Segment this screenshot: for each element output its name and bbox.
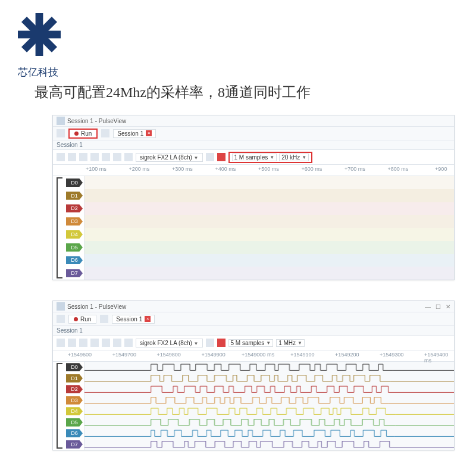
run-button[interactable]: Run xyxy=(68,129,98,139)
channel-bracket xyxy=(57,177,62,278)
zoomout-icon[interactable] xyxy=(90,339,99,347)
chevron-down-icon: ▼ xyxy=(194,155,199,161)
channel-bracket xyxy=(57,363,62,449)
chevron-down-icon: ▼ xyxy=(194,341,199,346)
channel-tag: D7 xyxy=(66,440,83,449)
ruler-tick: +1549000 ms xyxy=(242,352,274,358)
waveform-canvas xyxy=(84,362,454,450)
ruler-tick: +300 ms xyxy=(172,166,193,172)
app-icon xyxy=(57,117,65,125)
device-select[interactable]: sigrok FX2 LA (8ch) ▼ xyxy=(136,153,203,162)
chevron-down-icon: ▼ xyxy=(298,340,302,346)
run-label: Run xyxy=(80,316,91,322)
cursor-icon[interactable] xyxy=(113,339,121,347)
samples-select[interactable]: 1 M samples ▼ xyxy=(232,154,277,161)
channel-tag: D1 xyxy=(66,192,83,200)
channel-tag: D0 xyxy=(66,363,83,371)
channel-tag: D5 xyxy=(66,243,83,252)
ruler-tick: +1549100 xyxy=(290,352,314,358)
window-title: Session 1 - PulseView xyxy=(67,303,126,310)
ruler-tick: +500 ms xyxy=(258,166,279,172)
titlebar: Session 1 - PulseView xyxy=(53,115,454,127)
rate-value: 20 kHz xyxy=(281,154,300,161)
zoomout-icon[interactable] xyxy=(90,153,99,161)
maximize-icon[interactable]: ☐ xyxy=(436,303,441,310)
brand-logo-icon xyxy=(15,11,63,58)
chevron-down-icon: ▼ xyxy=(266,340,271,346)
wrench-icon[interactable] xyxy=(206,153,214,161)
samples-value: 1 M samples xyxy=(234,154,268,161)
trace-lane xyxy=(84,267,454,280)
channel-tag: D6 xyxy=(66,429,83,437)
toolbar: sigrok FX2 LA (8ch) ▼ 1 M samples ▼ 20 k… xyxy=(53,150,454,165)
close-icon[interactable]: × xyxy=(146,130,152,136)
channel-tag: D3 xyxy=(66,396,83,405)
cursor-icon[interactable] xyxy=(113,153,121,161)
samples-select[interactable]: 5 M samples ▼ xyxy=(228,339,274,347)
config-icon[interactable] xyxy=(101,129,109,137)
chevron-down-icon: ▼ xyxy=(270,155,274,160)
session-tab[interactable]: Session 1 × xyxy=(113,129,156,138)
save-icon[interactable] xyxy=(68,153,76,161)
probe-icon[interactable] xyxy=(217,153,226,161)
close-icon[interactable]: × xyxy=(145,316,151,322)
open-icon[interactable] xyxy=(57,153,65,161)
ruler-tick: +400 ms xyxy=(215,166,236,172)
ruler-tick: +1549300 xyxy=(380,352,403,358)
menubar: Run Session 1 × xyxy=(53,312,454,326)
time-ruler: +100 ms+200 ms+300 ms+400 ms+500 ms+600 … xyxy=(53,165,454,176)
channel-tag: D7 xyxy=(66,269,83,277)
menu-icon[interactable] xyxy=(57,315,65,323)
trace-area: D0D1D2D3D4D5D6D7 xyxy=(53,362,454,450)
zoomin-icon[interactable] xyxy=(79,339,87,347)
close-icon[interactable]: ✕ xyxy=(446,303,450,310)
ruler-tick: +1549600 xyxy=(68,352,92,358)
titlebar: Session 1 - PulseView — ☐ ✕ xyxy=(53,301,454,312)
zoomfit-icon[interactable] xyxy=(102,339,110,347)
trace-lane xyxy=(84,202,454,215)
ruler-tick: +600 ms xyxy=(301,166,322,172)
wrench-icon[interactable] xyxy=(206,339,214,347)
run-button[interactable]: Run xyxy=(68,315,96,324)
rate-value: 1 MHz xyxy=(278,340,296,346)
ruler-tick: +200 ms xyxy=(129,166,150,172)
save-icon[interactable] xyxy=(68,339,76,347)
device-select[interactable]: sigrok FX2 LA (8ch) ▼ xyxy=(136,339,203,347)
pulseview-window-1: Session 1 - PulseView Run Session 1 × Se… xyxy=(52,115,455,280)
zoomfit-icon[interactable] xyxy=(102,153,110,161)
config-icon[interactable] xyxy=(100,315,108,323)
ruler-tick: +1549900 xyxy=(201,352,225,358)
channel-tag: D1 xyxy=(66,374,83,383)
menu-icon[interactable] xyxy=(57,129,65,137)
session-header: Session 1 xyxy=(53,140,454,150)
trace-lanes[interactable] xyxy=(84,362,454,450)
probe-icon[interactable] xyxy=(217,339,226,347)
ruler-tick: +700 ms xyxy=(345,166,365,172)
device-label: sigrok FX2 LA (8ch) xyxy=(140,154,192,161)
record-icon xyxy=(74,131,79,136)
pulseview-window-2: Session 1 - PulseView — ☐ ✕ Run Session … xyxy=(52,300,455,450)
app-icon xyxy=(57,302,65,311)
record-icon xyxy=(74,317,78,321)
toolbar: sigrok FX2 LA (8ch) ▼ 5 M samples ▼ 1 MH… xyxy=(53,336,454,350)
open-icon[interactable] xyxy=(57,339,65,347)
trace-lane xyxy=(84,176,454,189)
channel-tag: D6 xyxy=(66,256,83,264)
run-label: Run xyxy=(81,130,92,137)
trace-lanes[interactable] xyxy=(84,176,454,280)
menubar: Run Session 1 × xyxy=(53,127,454,140)
rate-select[interactable]: 20 kHz ▼ xyxy=(279,154,309,161)
rate-select[interactable]: 1 MHz ▼ xyxy=(276,339,305,347)
session-tab-label: Session 1 xyxy=(116,316,142,322)
minimize-icon[interactable]: — xyxy=(425,303,431,310)
channel-tag: D2 xyxy=(66,204,83,212)
trace-lane xyxy=(84,215,454,228)
session-tab-label: Session 1 xyxy=(117,130,143,137)
channels-icon[interactable] xyxy=(124,153,133,161)
zoomin-icon[interactable] xyxy=(79,153,87,161)
channels-icon[interactable] xyxy=(124,339,133,347)
brand-header xyxy=(0,0,476,60)
session-header: Session 1 xyxy=(53,326,454,336)
session-tab[interactable]: Session 1 × xyxy=(112,315,155,324)
window-title: Session 1 - PulseView xyxy=(67,118,126,124)
